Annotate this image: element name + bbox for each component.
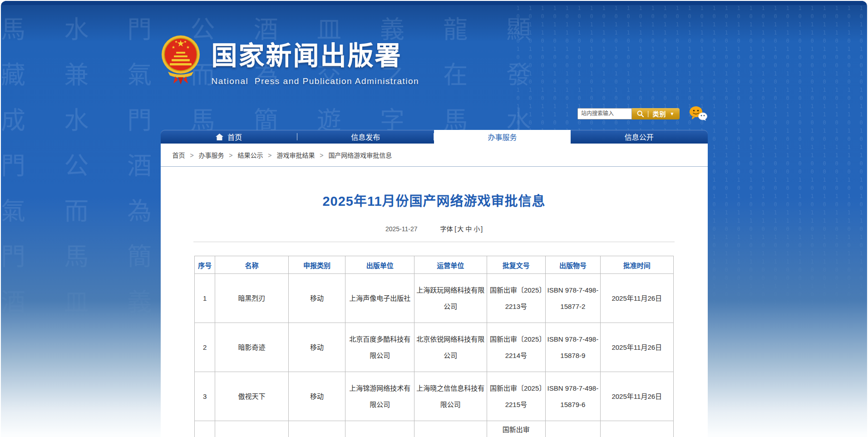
- approval-table: 序号 名称 申报类别 出版单位 运营单位 批复文号 出版物号 批准时间 1 暗黑…: [194, 256, 674, 437]
- cell-category: 移动: [288, 372, 345, 421]
- home-icon: [216, 134, 223, 140]
- nav-item-info-disclosure[interactable]: 信息公开: [571, 130, 707, 144]
- bracket-right: ]: [481, 225, 483, 233]
- breadcrumb-separator: >: [320, 152, 323, 159]
- table-row-partial: 国新出审: [195, 421, 674, 437]
- font-size-option-small[interactable]: 小: [473, 225, 480, 233]
- nav-item-label: 首页: [227, 131, 242, 142]
- breadcrumb-item-results[interactable]: 结果公示: [237, 152, 263, 159]
- nav-item-label: 信息公开: [625, 131, 654, 142]
- cell-publisher: 上海声像电子出版社: [345, 274, 414, 323]
- search-category-button[interactable]: | 类别 ▼: [632, 108, 680, 119]
- breadcrumb-item-current: 国产网络游戏审批信息: [328, 152, 392, 159]
- nav-item-info-release[interactable]: 信息发布: [297, 130, 434, 144]
- page-card: 馬 水 門 公 酒 皿 義 龍 顯 藏 兼 氣 而 為 交 之 在 發 成 水 …: [1, 1, 867, 437]
- cell-isbn: ISBN 978-7-498-15879-6: [546, 372, 600, 421]
- breadcrumb-separator: >: [190, 152, 193, 159]
- cell-name: 傲视天下: [215, 372, 288, 421]
- cell-approval-date: 2025年11月26日: [600, 372, 673, 421]
- col-header-category: 申报类别: [288, 256, 345, 274]
- cell-name: 暗影奇迹: [215, 323, 288, 372]
- search-divider: |: [647, 110, 649, 117]
- col-header-name: 名称: [215, 256, 288, 274]
- table-row: 2 暗影奇迹 移动 北京百度多酷科技有限公司 北京依锐网络科技有限公司 国新出审…: [195, 323, 674, 372]
- cell-isbn: [546, 421, 600, 437]
- cell-operator: 上海晓之信信息科技有限公司: [414, 372, 487, 421]
- breadcrumb-item-home[interactable]: 首页: [173, 152, 185, 159]
- cell-operator: 北京依锐网络科技有限公司: [414, 323, 487, 372]
- cell-seq: 3: [195, 372, 215, 421]
- breadcrumb-item-services[interactable]: 办事服务: [198, 152, 224, 159]
- page-title: 2025年11月份国产网络游戏审批信息: [161, 190, 708, 209]
- site-header: 国家新闻出版署 National Press and Publication A…: [161, 1, 708, 107]
- font-size-label: 字体: [440, 225, 453, 233]
- breadcrumb-separator: >: [268, 152, 271, 159]
- cell-approval-no: 国新出审: [487, 421, 546, 437]
- table-row: 1 暗黑烈刃 移动 上海声像电子出版社 上海跃玩网络科技有限公司 国新出审〔20…: [195, 274, 674, 323]
- search-input[interactable]: [577, 108, 632, 119]
- cell-category: 移动: [288, 323, 345, 372]
- cell-operator: [414, 421, 487, 437]
- cell-category: 移动: [288, 274, 345, 323]
- cell-seq: 1: [195, 274, 215, 323]
- font-size-option-large[interactable]: 大: [457, 225, 464, 233]
- cell-approval-no: 国新出审〔2025〕2215号: [487, 372, 546, 421]
- search-icon[interactable]: [637, 110, 644, 117]
- col-header-approval-date: 批准时间: [600, 256, 673, 274]
- publish-date: 2025-11-27: [385, 225, 418, 233]
- divider-line: [193, 242, 675, 242]
- cell-name: [215, 421, 288, 437]
- wechat-icon[interactable]: [689, 106, 708, 121]
- col-header-publisher: 出版单位: [345, 256, 414, 274]
- nav-item-label: 信息发布: [351, 131, 380, 142]
- cell-name: 暗黑烈刃: [215, 274, 288, 323]
- col-header-approval-no: 批复文号: [487, 256, 546, 274]
- site-title: 国家新闻出版署: [212, 35, 419, 72]
- cell-approval-date: 2025年11月26日: [600, 274, 673, 323]
- cell-approval-no: 国新出审〔2025〕2214号: [487, 323, 546, 372]
- col-header-isbn: 出版物号: [546, 256, 600, 274]
- nav-item-home[interactable]: 首页: [161, 130, 297, 144]
- col-header-operator: 运营单位: [414, 256, 487, 274]
- cell-operator: 上海跃玩网络科技有限公司: [414, 274, 487, 323]
- nav-item-services[interactable]: 办事服务: [434, 130, 571, 144]
- search-row: | 类别 ▼: [161, 107, 708, 120]
- cell-publisher: 上海锦游网络技术有限公司: [345, 372, 414, 421]
- bracket-left: [: [454, 225, 456, 233]
- cell-seq: 2: [195, 323, 215, 372]
- cell-publisher: [345, 421, 414, 437]
- font-size-option-medium[interactable]: 中: [465, 225, 472, 233]
- article-meta: 2025-11-27 字体 [大中小]: [161, 224, 708, 233]
- cell-approval-no: 国新出审〔2025〕2213号: [487, 274, 546, 323]
- nav-item-label: 办事服务: [488, 131, 517, 142]
- table-header-row: 序号 名称 申报类别 出版单位 运营单位 批复文号 出版物号 批准时间: [195, 256, 674, 274]
- breadcrumb: 首页 > 办事服务 > 结果公示 > 游戏审批结果 > 国产网络游戏审批信息: [161, 144, 708, 167]
- content-panel: 首页 > 办事服务 > 结果公示 > 游戏审批结果 > 国产网络游戏审批信息 2…: [161, 144, 708, 437]
- cell-category: [288, 421, 345, 437]
- breadcrumb-item-game-approval[interactable]: 游戏审批结果: [276, 152, 315, 159]
- cell-approval-date: 2025年11月26日: [600, 323, 673, 372]
- site-subtitle: National Press and Publication Administr…: [212, 76, 419, 86]
- category-dropdown-label[interactable]: 类别: [653, 109, 666, 118]
- cell-isbn: ISBN 978-7-498-15878-9: [546, 323, 600, 372]
- cell-approval-date: [600, 421, 673, 437]
- national-emblem-icon: [160, 32, 202, 85]
- table-row: 3 傲视天下 移动 上海锦游网络技术有限公司 上海晓之信信息科技有限公司 国新出…: [195, 372, 674, 421]
- chevron-down-icon[interactable]: ▼: [670, 111, 675, 116]
- col-header-seq: 序号: [195, 256, 215, 274]
- cell-seq: [195, 421, 215, 437]
- cell-isbn: ISBN 978-7-498-15877-2: [546, 274, 600, 323]
- main-nav: 首页 信息发布 办事服务 信息公开: [161, 130, 708, 144]
- cell-publisher: 北京百度多酷科技有限公司: [345, 323, 414, 372]
- breadcrumb-separator: >: [229, 152, 232, 159]
